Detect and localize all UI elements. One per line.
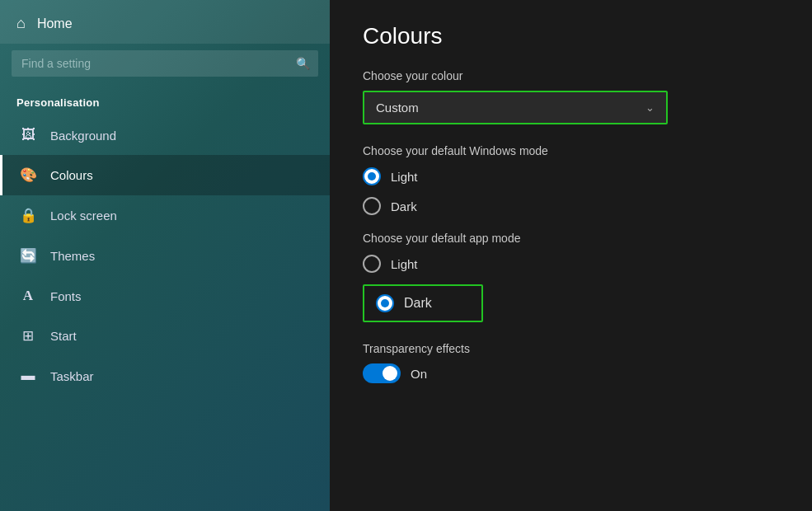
colour-dropdown-wrapper: Custom ⌄ (363, 91, 668, 124)
lock-screen-icon: 🔒 (19, 207, 37, 224)
search-input[interactable] (12, 50, 318, 77)
windows-mode-light-option[interactable]: Light (363, 167, 779, 185)
sidebar-item-label: Themes (50, 249, 95, 263)
sidebar-item-label: Start (50, 329, 77, 343)
search-box: 🔍 (12, 50, 318, 77)
windows-mode-dark-option[interactable]: Dark (363, 197, 779, 215)
sidebar-home-button[interactable]: ⌂ Home (0, 0, 330, 44)
sidebar-item-colours[interactable]: 🎨 Colours (0, 155, 330, 195)
sidebar-item-label: Background (50, 129, 116, 143)
home-label: Home (37, 16, 73, 31)
chevron-down-icon: ⌄ (645, 101, 655, 114)
transparency-toggle-label: On (411, 367, 427, 381)
sidebar-item-label: Colours (50, 168, 93, 182)
windows-mode-dark-label: Dark (391, 199, 417, 213)
windows-mode-label: Choose your default Windows mode (363, 144, 779, 157)
app-mode-section: Choose your default app mode Light Dark (363, 232, 779, 322)
windows-mode-section: Choose your default Windows mode Light D… (363, 144, 779, 215)
app-mode-label: Choose your default app mode (363, 232, 779, 245)
colour-selected-value: Custom (376, 101, 419, 115)
main-content: Colours Choose your colour Custom ⌄ Choo… (330, 0, 812, 511)
transparency-toggle-row: On (363, 363, 779, 383)
sidebar-section-title: Personalisation (0, 88, 330, 115)
transparency-section: Transparency effects On (363, 342, 779, 383)
search-icon: 🔍 (296, 57, 310, 70)
sidebar-item-themes[interactable]: 🔄 Themes (0, 236, 330, 276)
sidebar-item-taskbar[interactable]: ▬ Taskbar (0, 356, 330, 396)
sidebar: ⌂ Home 🔍 Personalisation 🖼 Background 🎨 … (0, 0, 330, 511)
toggle-thumb (383, 366, 397, 381)
transparency-toggle[interactable] (363, 363, 401, 383)
transparency-label: Transparency effects (363, 342, 779, 355)
sidebar-item-lock-screen[interactable]: 🔒 Lock screen (0, 195, 330, 236)
choose-colour-label: Choose your colour (363, 69, 779, 82)
home-icon: ⌂ (16, 15, 26, 32)
themes-icon: 🔄 (19, 247, 37, 265)
sidebar-item-label: Lock screen (50, 209, 117, 223)
windows-mode-light-label: Light (391, 170, 418, 184)
app-mode-dark-radio[interactable] (376, 294, 394, 312)
windows-mode-dark-radio[interactable] (363, 197, 381, 215)
sidebar-item-fonts[interactable]: A Fonts (0, 276, 330, 316)
sidebar-item-start[interactable]: ⊞ Start (0, 316, 330, 356)
windows-mode-light-radio[interactable] (363, 167, 381, 185)
taskbar-icon: ▬ (19, 368, 37, 384)
fonts-icon: A (19, 288, 37, 304)
start-icon: ⊞ (19, 327, 37, 345)
background-icon: 🖼 (19, 127, 37, 143)
app-mode-light-label: Light (391, 257, 418, 271)
sidebar-item-label: Taskbar (50, 369, 94, 383)
app-mode-light-option[interactable]: Light (363, 255, 779, 273)
page-title: Colours (363, 23, 779, 49)
sidebar-item-background[interactable]: 🖼 Background (0, 115, 330, 155)
sidebar-item-label: Fonts (50, 289, 82, 303)
colours-icon: 🎨 (19, 166, 37, 184)
app-mode-light-radio[interactable] (363, 255, 381, 273)
app-mode-dark-label: Dark (404, 296, 432, 311)
colour-dropdown[interactable]: Custom ⌄ (364, 92, 666, 123)
app-mode-dark-option[interactable]: Dark (363, 284, 483, 322)
